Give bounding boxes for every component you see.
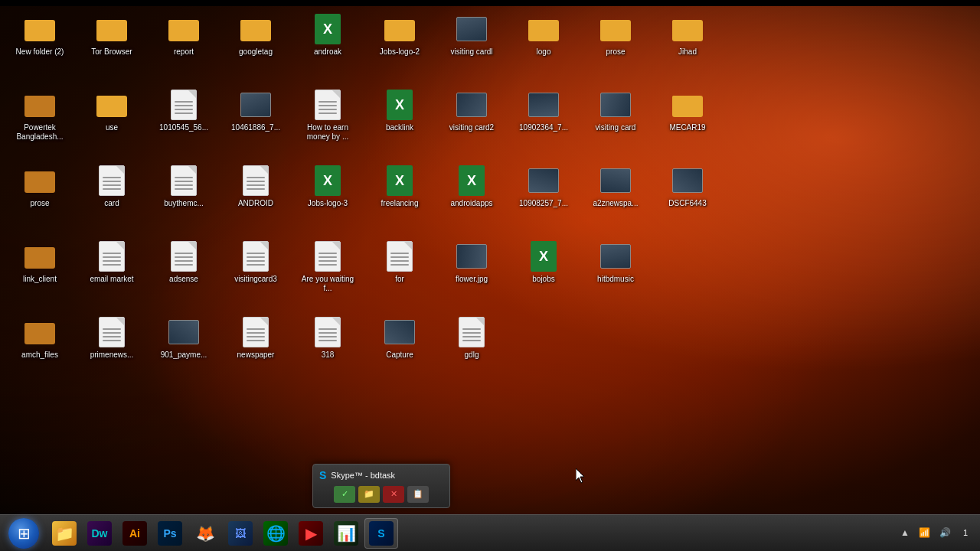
desktop-icon-gdlg[interactable]: gdlg [441,312,502,385]
desktop-icon-hitbdmusic[interactable]: hitbdmusic [585,236,646,309]
desktop-icon-prose[interactable]: prose [9,161,70,233]
taskbar-app-ai[interactable]: Ai [118,518,152,549]
desktop-icon-android2[interactable]: ANDROID [225,161,286,233]
desktop-icon-visiting-card2[interactable]: visiting card2 [441,85,502,158]
desktop-icon-dscf6443[interactable]: DSCF6443 [657,161,718,233]
tray-volume-icon[interactable]: 🔊 [936,526,954,540]
prose-icon-img [24,165,55,196]
desktop-icon-logo[interactable]: logo [513,9,574,82]
prose-top-icon-label: prose [606,47,625,57]
taskbar-app-icon-dw: Dw [87,521,112,546]
flower-icon-img [456,241,487,272]
newspaper-icon-img [240,317,271,347]
taskbar-app-icon-chart: 📊 [334,521,358,546]
taskbar-app-chart[interactable]: 📊 [329,518,363,549]
desktop-icon-901-payment[interactable]: 901_payme... [153,312,214,385]
desktop-icon-use[interactable]: use [81,85,142,158]
desktop-icon-backlink[interactable]: Xbacklink [369,85,430,158]
desktop-icon-card[interactable]: card [81,161,142,233]
desktop-icon-androidapps[interactable]: Xandroidapps [441,161,502,233]
amch-files-icon-label: amch_files [21,350,58,360]
desktop-icon-visitingcard3[interactable]: visitingcard3 [225,236,286,309]
gdlg-icon-label: gdlg [465,350,479,360]
taskbar-app-dw[interactable]: Dw [83,518,116,549]
skype-popup-btn-popup-check[interactable]: ✓ [334,486,355,503]
desktop-icon-file-10461886[interactable]: 10461886_7... [225,85,286,158]
skype-popup-btn-popup-note[interactable]: 📋 [407,486,429,503]
prose-icon-label: prose [30,199,49,208]
desktop-icon-newspaper[interactable]: newspaper [225,312,286,385]
visiting-card2-icon-img [456,90,487,120]
file-10902364-icon-img [528,90,559,120]
desktop-icon-freelancing[interactable]: Xfreelancing [369,161,430,233]
desktop-icon-email-market[interactable]: email market [81,236,142,309]
taskbar-app-skype[interactable]: SSSkype™ - bdtask✓📁✕📋 [364,518,398,549]
desktop-icon-adsense[interactable]: adsense [153,236,214,309]
desktop-icon-file-1010545[interactable]: 1010545_56... [153,85,214,158]
desktop-icon-how-to-earn[interactable]: How to earn money by ... [297,85,358,158]
tor-browser-icon-label: Tor Browser [91,47,132,57]
desktop-icon-report[interactable]: report [153,9,214,82]
desktop-icon-are-you-waiting[interactable]: Are you waiting f... [297,236,358,309]
desktop-icon-file-10908257[interactable]: 10908257_7... [513,161,574,233]
android-icon-label: androak [314,47,341,57]
skype-popup: SSkype™ - bdtask✓📁✕📋 [312,464,450,508]
system-tray: ▲ 📶 🔊 1 [897,526,977,540]
desktop-icon-jobs-logo-2[interactable]: Jobs-logo-2 [369,9,430,82]
taskbar-app-globe[interactable]: 🌐 [259,518,292,549]
skype-popup-skype-icon: S [319,469,326,481]
desktop-icon-jihad[interactable]: Jihad [657,9,718,82]
card-icon-label: card [104,199,119,208]
desktop-icon-prose-top[interactable]: prose [585,9,646,82]
mecar19-icon-img [672,90,703,120]
new-folder-icon-label: New folder (2) [16,47,64,57]
desktop-icon-file-10902364[interactable]: 10902364_7... [513,85,574,158]
skype-popup-title: Skype™ - bdtask [331,471,395,480]
androidapps-icon-label: androidapps [450,199,492,208]
taskbar-app-firefox[interactable]: 🦊 [188,518,222,549]
desktop-icon-file-318[interactable]: 318 [297,312,358,385]
desktop-icon-bojobs[interactable]: Xbojobs [513,236,574,309]
desktop-icon-capture[interactable]: Capture [369,312,430,385]
desktop-icon-amch-files[interactable]: amch_files [9,312,70,385]
powertek-icon-img [24,90,55,120]
for-icon-label: for [395,275,404,284]
are-you-waiting-icon-img [312,241,343,272]
desktop-icon-powertek[interactable]: Powertek Bangladesh... [9,85,70,158]
taskbar-app-icon-firefox: 🦊 [193,521,217,546]
hitbdmusic-icon-img [600,241,631,272]
backlink-icon-label: backlink [386,123,413,132]
desktop-icon-link-client[interactable]: link_client [9,236,70,309]
start-button[interactable]: ⊞ [3,518,44,549]
desktop-icon-visiting-card1[interactable]: visiting cardl [441,9,502,82]
desktop-icon-buytheme[interactable]: buythemc... [153,161,214,233]
skype-popup-btn-popup-folder[interactable]: 📁 [358,486,380,503]
mecar19-icon-label: MECAR19 [669,123,705,132]
taskbar-app-folder[interactable]: 📁 [47,518,81,549]
tray-clock[interactable]: 1 [957,526,974,540]
desktop-icon-a2znewspa[interactable]: a2znewspa... [585,161,646,233]
gdlg-icon-img [456,317,487,347]
tray-time: 1 [963,527,968,539]
start-orb: ⊞ [8,518,39,549]
freelancing-icon-img: X [384,165,415,196]
file-318-icon-label: 318 [322,350,335,360]
skype-popup-btn-popup-close[interactable]: ✕ [383,486,404,503]
desktop-icon-new-folder[interactable]: New folder (2) [9,9,70,82]
desktop-icon-android[interactable]: Xandroak [297,9,358,82]
901-payment-icon-label: 901_payme... [161,350,207,360]
desktop-icon-jobs-logo-3[interactable]: XJobs-logo-3 [297,161,358,233]
dscf6443-icon-label: DSCF6443 [668,199,706,208]
desktop-icon-for[interactable]: for [369,236,430,309]
tray-arrow-icon[interactable]: ▲ [897,526,913,540]
taskbar-app-ps[interactable]: Ps [153,518,187,549]
desktop-icon-flower[interactable]: flower.jpg [441,236,502,309]
desktop-icon-primenews[interactable]: primenews... [81,312,142,385]
desktop-icon-googletag[interactable]: googletag [225,9,286,82]
desktop-icon-visiting-card[interactable]: visiting card [585,85,646,158]
taskbar-app-media-player[interactable]: ▶ [294,518,328,549]
taskbar-app-img-viewer[interactable]: 🖼 [224,518,257,549]
primenews-icon-label: primenews... [90,350,134,360]
desktop-icon-tor-browser[interactable]: Tor Browser [81,9,142,82]
desktop-icon-mecar19[interactable]: MECAR19 [657,85,718,158]
